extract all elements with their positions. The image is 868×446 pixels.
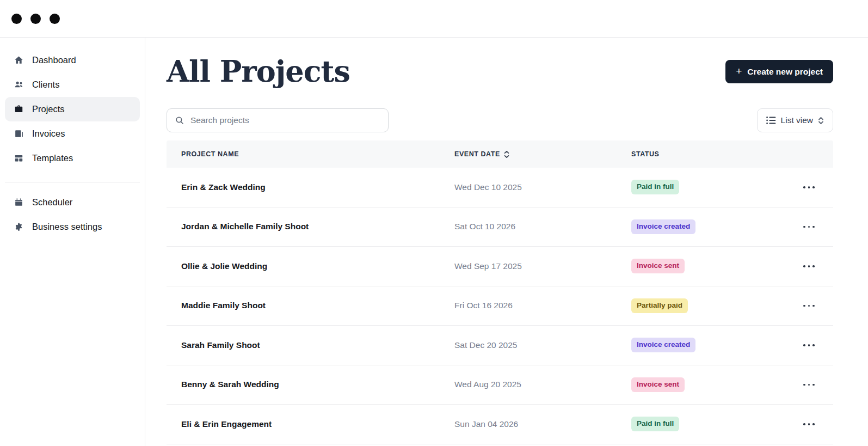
event-date-cell: Wed Sep 17 2025	[454, 261, 631, 271]
page-title: All Projects	[167, 54, 350, 88]
column-header-project-name: PROJECT NAME	[181, 150, 454, 158]
status-cell: Paid in full	[631, 417, 790, 431]
status-badge: Partially paid	[631, 298, 688, 313]
table-row[interactable]: Sarah Family Shoot Sat Dec 20 2025 Invoi…	[167, 326, 833, 365]
row-actions-menu-button[interactable]	[802, 262, 816, 271]
event-date-cell: Fri Oct 16 2026	[454, 301, 631, 310]
table-row[interactable]: Benny & Sarah Wedding Wed Aug 20 2025 In…	[167, 365, 833, 405]
sidebar-item-business-settings[interactable]: Business settings	[5, 215, 140, 239]
table-row[interactable]: Erin & Zack Wedding Wed Dec 10 2025 Paid…	[167, 168, 833, 207]
sidebar-item-templates[interactable]: Templates	[5, 146, 140, 170]
row-actions-menu-button[interactable]	[802, 223, 816, 231]
project-name-cell: Jordan & Michelle Family Shoot	[181, 222, 454, 231]
event-date-cell: Wed Aug 20 2025	[454, 380, 631, 389]
plus-icon: +	[736, 66, 742, 76]
invoice-icon	[13, 129, 24, 139]
table-body: Erin & Zack Wedding Wed Dec 10 2025 Paid…	[167, 168, 833, 444]
dots-icon	[803, 226, 805, 228]
column-header-status: STATUS	[631, 150, 790, 158]
window-control-dot-2[interactable]	[30, 14, 41, 24]
status-cell: Partially paid	[631, 298, 790, 313]
table-header: PROJECT NAME EVENT DATE STATUS	[167, 140, 833, 168]
sort-icon	[504, 150, 509, 158]
sidebar: Dashboard Clients Projects Invoices Temp…	[0, 38, 145, 446]
users-icon	[13, 80, 24, 90]
status-badge: Invoice created	[631, 219, 695, 234]
window-titlebar	[0, 0, 868, 38]
chevron-updown-icon	[818, 117, 824, 125]
status-badge: Invoice sent	[631, 259, 685, 273]
status-cell: Invoice sent	[631, 377, 790, 392]
sidebar-item-invoices[interactable]: Invoices	[5, 121, 140, 146]
templates-icon	[13, 153, 24, 164]
sidebar-item-label: Scheduler	[32, 197, 72, 207]
sidebar-divider	[5, 182, 140, 182]
create-new-project-button[interactable]: + Create new project	[725, 60, 833, 83]
sidebar-item-dashboard[interactable]: Dashboard	[5, 48, 140, 72]
search-icon	[175, 115, 184, 125]
gear-icon	[13, 222, 24, 233]
dots-icon	[803, 423, 805, 425]
row-actions-menu-button[interactable]	[802, 183, 816, 192]
project-name-cell: Eli & Erin Engagement	[181, 419, 454, 429]
event-date-cell: Wed Dec 10 2025	[454, 182, 631, 192]
main-content: All Projects + Create new project List v…	[145, 38, 868, 446]
status-cell: Invoice sent	[631, 259, 790, 273]
sidebar-item-clients[interactable]: Clients	[5, 72, 140, 97]
row-actions-menu-button[interactable]	[802, 381, 816, 389]
sidebar-item-label: Business settings	[32, 222, 102, 232]
sidebar-item-label: Projects	[32, 104, 65, 114]
briefcase-icon	[13, 104, 24, 115]
sidebar-item-label: Templates	[32, 153, 73, 163]
column-header-event-date[interactable]: EVENT DATE	[454, 150, 631, 158]
projects-table: PROJECT NAME EVENT DATE STATUS Erin & Za…	[167, 140, 833, 444]
row-actions-menu-button[interactable]	[802, 341, 816, 350]
sidebar-item-scheduler[interactable]: Scheduler	[5, 190, 140, 215]
project-name-cell: Ollie & Jolie Wedding	[181, 261, 454, 271]
dots-icon	[803, 186, 805, 188]
list-icon	[766, 116, 776, 125]
status-badge: Invoice created	[631, 338, 695, 352]
status-badge: Invoice sent	[631, 377, 685, 392]
sidebar-item-projects[interactable]: Projects	[5, 97, 140, 121]
status-cell: Invoice created	[631, 338, 790, 352]
dots-icon	[803, 344, 805, 346]
project-name-cell: Sarah Family Shoot	[181, 340, 454, 350]
project-name-cell: Maddie Family Shoot	[181, 301, 454, 310]
search-box[interactable]	[167, 108, 389, 132]
view-switcher-button[interactable]: List view	[757, 108, 833, 132]
dots-icon	[803, 384, 805, 386]
table-row[interactable]: Ollie & Jolie Wedding Wed Sep 17 2025 In…	[167, 247, 833, 286]
row-actions-menu-button[interactable]	[802, 420, 816, 429]
window-control-dot-3[interactable]	[50, 14, 60, 24]
status-cell: Invoice created	[631, 219, 790, 234]
calendar-icon	[13, 197, 24, 208]
event-date-cell: Sat Dec 20 2025	[454, 340, 631, 350]
search-input[interactable]	[190, 115, 380, 125]
event-date-cell: Sun Jan 04 2026	[454, 419, 631, 429]
home-icon	[13, 55, 24, 66]
sidebar-item-label: Invoices	[32, 129, 65, 139]
table-row[interactable]: Eli & Erin Engagement Sun Jan 04 2026 Pa…	[167, 405, 833, 444]
table-row[interactable]: Jordan & Michelle Family Shoot Sat Oct 1…	[167, 207, 833, 247]
window-control-dot-1[interactable]	[11, 14, 22, 24]
sidebar-item-label: Clients	[32, 80, 59, 90]
table-row[interactable]: Maddie Family Shoot Fri Oct 16 2026 Part…	[167, 286, 833, 326]
status-badge: Paid in full	[631, 417, 679, 431]
dots-icon	[803, 265, 805, 267]
project-name-cell: Erin & Zack Wedding	[181, 182, 454, 192]
sidebar-item-label: Dashboard	[32, 55, 76, 65]
project-name-cell: Benny & Sarah Wedding	[181, 380, 454, 389]
row-actions-menu-button[interactable]	[802, 302, 816, 310]
event-date-cell: Sat Oct 10 2026	[454, 222, 631, 231]
dots-icon	[803, 305, 805, 307]
status-badge: Paid in full	[631, 180, 679, 194]
status-cell: Paid in full	[631, 180, 790, 194]
